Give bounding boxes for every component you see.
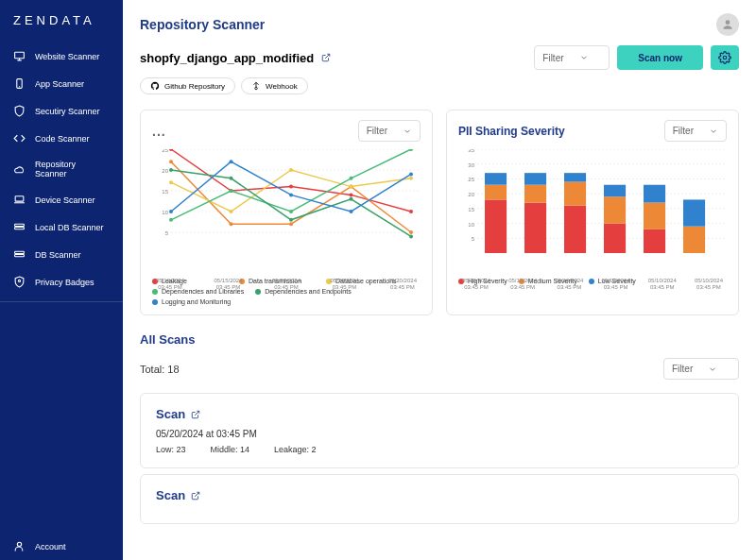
- svg-point-51: [409, 172, 413, 176]
- svg-rect-75: [604, 224, 626, 253]
- filter-select-top[interactable]: Filter: [534, 45, 610, 70]
- sidebar-item-0[interactable]: Website Scanner: [0, 42, 123, 70]
- filter-select-chart1[interactable]: Filter: [358, 120, 421, 142]
- svg-point-28: [230, 222, 233, 226]
- bar-chart: 353025201510505/10/202403:45 PM05/10/202…: [458, 149, 727, 272]
- nav-divider: [0, 301, 123, 302]
- db-icon: [13, 248, 26, 261]
- settings-button[interactable]: [711, 45, 739, 70]
- scan-low: Low: 23: [156, 445, 186, 454]
- scan-now-button[interactable]: Scan now: [617, 45, 703, 70]
- avatar[interactable]: [716, 13, 739, 36]
- svg-text:30: 30: [468, 162, 474, 168]
- sidebar-item-6[interactable]: Local DB Scanner: [0, 213, 123, 241]
- sidebar-item-label: Local DB Scanner: [35, 223, 104, 232]
- page-title: Repository Scanner: [140, 17, 265, 32]
- chip-1[interactable]: Webhook: [241, 77, 308, 94]
- svg-point-34: [289, 168, 293, 172]
- svg-rect-68: [485, 173, 507, 185]
- svg-point-35: [350, 185, 353, 189]
- filter-label: Filter: [542, 53, 563, 63]
- svg-point-39: [289, 210, 293, 213]
- brand-logo: ZENDATA: [0, 13, 123, 42]
- scan-card[interactable]: Scan: [140, 474, 739, 524]
- svg-point-29: [289, 222, 293, 226]
- shield-icon: [13, 105, 26, 117]
- chart-card-1: ... Filter 25201510505/10/202403:45 PM05…: [140, 110, 433, 315]
- svg-point-48: [230, 160, 233, 163]
- svg-rect-79: [644, 203, 665, 229]
- svg-point-49: [289, 193, 293, 196]
- svg-point-26: [409, 210, 413, 213]
- avatar-icon: [721, 18, 734, 31]
- svg-point-25: [350, 193, 353, 196]
- svg-rect-71: [524, 173, 546, 185]
- svg-rect-67: [485, 185, 507, 200]
- svg-point-31: [409, 230, 413, 234]
- sidebar-item-3[interactable]: Code Scanner: [0, 125, 123, 152]
- svg-text:10: 10: [468, 222, 474, 228]
- svg-point-41: [409, 149, 413, 151]
- chevron-down-icon: [708, 365, 717, 374]
- sidebar-item-7[interactable]: DB Scanner: [0, 241, 123, 268]
- scan-title: Scan: [156, 488, 185, 502]
- scan-middle: Middle: 14: [211, 445, 250, 454]
- svg-point-9: [726, 20, 730, 25]
- svg-rect-82: [683, 227, 705, 253]
- svg-point-24: [289, 185, 293, 189]
- sidebar-item-account[interactable]: Account: [0, 533, 123, 560]
- svg-rect-73: [564, 182, 586, 206]
- scan-leakage: Leakage: 2: [274, 445, 317, 454]
- svg-text:10: 10: [162, 210, 168, 215]
- svg-point-36: [409, 177, 413, 180]
- external-link-icon[interactable]: [191, 410, 200, 419]
- badge-icon: [13, 276, 26, 288]
- sidebar-account-label: Account: [35, 542, 66, 552]
- repo-name: shopfy_django_app_modified: [140, 51, 314, 65]
- svg-rect-70: [524, 185, 546, 203]
- sidebar-item-4[interactable]: Repository Scanner: [0, 152, 123, 186]
- sidebar-item-1[interactable]: App Scanner: [0, 70, 123, 97]
- total-count: Total: 18: [140, 364, 180, 375]
- svg-text:25: 25: [162, 149, 168, 153]
- svg-point-46: [409, 234, 413, 238]
- filter-select-scans[interactable]: Filter: [663, 358, 739, 380]
- svg-point-7: [18, 280, 20, 281]
- sidebar-item-label: Device Scanner: [35, 195, 95, 205]
- sidebar-item-label: DB Scanner: [35, 250, 81, 260]
- external-link-icon[interactable]: [191, 491, 200, 501]
- svg-text:15: 15: [162, 189, 168, 195]
- svg-point-32: [169, 180, 173, 184]
- svg-rect-76: [604, 196, 626, 223]
- svg-point-43: [230, 177, 233, 180]
- svg-point-27: [169, 160, 173, 163]
- svg-point-11: [255, 87, 258, 90]
- chip-0[interactable]: Github Repository: [140, 77, 235, 94]
- scan-card[interactable]: Scan05/20/2024 at 03:45 PMLow: 23Middle:…: [140, 393, 739, 468]
- sidebar-item-label: Website Scanner: [35, 52, 99, 61]
- svg-rect-78: [644, 229, 665, 253]
- filter-select-chart2[interactable]: Filter: [664, 120, 727, 142]
- chart-menu-icon[interactable]: ...: [152, 124, 166, 139]
- line-chart: 25201510505/10/202403:45 PM05/15/202403:…: [152, 149, 421, 272]
- svg-point-38: [230, 189, 233, 193]
- svg-point-50: [350, 210, 353, 213]
- scan-title: Scan: [156, 407, 185, 421]
- sidebar-item-8[interactable]: Privacy Badges: [0, 268, 123, 296]
- svg-rect-77: [604, 185, 626, 197]
- svg-rect-0: [15, 52, 25, 59]
- all-scans-title: All Scans: [140, 332, 739, 347]
- external-link-icon[interactable]: [321, 53, 331, 62]
- svg-rect-4: [15, 228, 25, 229]
- svg-text:15: 15: [468, 207, 474, 212]
- svg-point-45: [350, 197, 353, 201]
- sidebar-item-2[interactable]: Secutiry Scanner: [0, 97, 123, 125]
- chevron-down-icon: [709, 127, 718, 136]
- sidebar-item-5[interactable]: Device Scanner: [0, 186, 123, 213]
- svg-text:5: 5: [472, 236, 475, 242]
- chevron-down-icon: [579, 53, 589, 62]
- svg-rect-5: [15, 251, 25, 253]
- main-content: Repository Scanner shopfy_django_app_mod…: [123, 0, 756, 560]
- svg-rect-66: [485, 199, 507, 253]
- svg-point-47: [169, 210, 173, 213]
